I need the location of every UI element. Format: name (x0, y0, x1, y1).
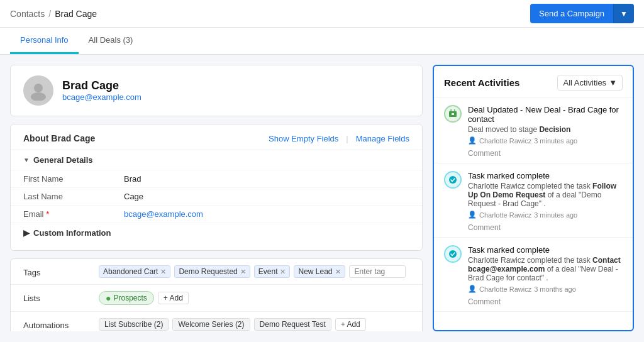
svg-point-0 (34, 84, 43, 92)
breadcrumb-current: Brad Cage (55, 9, 97, 19)
tag-remove-icon[interactable]: ✕ (335, 268, 341, 276)
comment-link[interactable]: Comment (468, 149, 501, 158)
manage-fields-link[interactable]: Manage Fields (356, 134, 409, 143)
activity-content-deal: Deal Updated - New Deal - Brad Cage for … (468, 105, 623, 158)
automations-value: List Subscribe (2) Welcome Series (2) De… (99, 318, 409, 331)
activity-author: Charlotte Rawicz (479, 137, 531, 145)
field-last-name: Last Name Cage (11, 187, 422, 205)
last-name-value[interactable]: Cage (124, 192, 409, 201)
about-header: About Brad Cage Show Empty Fields | Mana… (11, 124, 422, 150)
about-card: About Brad Cage Show Empty Fields | Mana… (10, 124, 423, 251)
profile-card: Brad Cage bcage@example.com (10, 65, 423, 116)
tag-demo-requested[interactable]: Demo Requested ✕ (174, 265, 250, 278)
add-automation-button[interactable]: + Add (335, 318, 366, 331)
send-campaign-button[interactable]: Send a Campaign (530, 4, 613, 23)
lists-value: ● Prospects + Add (99, 291, 409, 305)
activity-sub-task-1: Charlotte Rawicz completed the task Foll… (468, 182, 623, 208)
breadcrumb-separator: / (48, 9, 51, 19)
automation-list-subscribe[interactable]: List Subscribe (2) (99, 318, 169, 331)
field-first-name: First Name Brad (11, 170, 422, 187)
svg-point-5 (449, 250, 457, 258)
custom-info-section[interactable]: ▶ Custom Information (11, 223, 422, 243)
task-complete-icon-2 (444, 245, 462, 263)
tag-remove-icon[interactable]: ✕ (240, 268, 246, 276)
activity-meta-task-1: 👤 Charlotte Rawicz 3 minutes ago (468, 211, 623, 219)
task-complete-icon (444, 171, 462, 189)
activity-meta-deal: 👤 Charlotte Rawicz 3 minutes ago (468, 136, 623, 145)
dot-icon: ● (106, 293, 111, 303)
svg-rect-3 (452, 113, 454, 115)
email-value[interactable]: bcage@example.com (124, 209, 409, 219)
activity-title-task-1: Task marked complete (468, 171, 623, 180)
tags-row: Tags Abandoned Cart ✕ Demo Requested ✕ E… (11, 259, 422, 285)
profile-info: Brad Cage bcage@example.com (62, 79, 142, 102)
page-header: Contacts / Brad Cage Send a Campaign ▼ (0, 0, 644, 28)
automations-row: Automations List Subscribe (2) Welcome S… (11, 312, 422, 331)
svg-point-4 (449, 176, 457, 184)
profile-email[interactable]: bcage@example.com (62, 92, 142, 102)
activities-title: Recent Activities (444, 77, 519, 88)
send-campaign-group: Send a Campaign ▼ (530, 4, 634, 23)
comment-link-2[interactable]: Comment (468, 223, 501, 232)
breadcrumb-contacts[interactable]: Contacts (10, 9, 45, 19)
tag-input[interactable] (349, 265, 406, 278)
tag-event[interactable]: Event ✕ (254, 265, 291, 278)
show-empty-fields-link[interactable]: Show Empty Fields (269, 134, 338, 143)
email-label: Email (23, 209, 124, 219)
left-panel: Brad Cage bcage@example.com About Brad C… (10, 65, 423, 331)
lists-row: Lists ● Prospects + Add (11, 285, 422, 312)
first-name-label: First Name (23, 174, 124, 184)
tag-abandoned-cart[interactable]: Abandoned Cart ✕ (99, 265, 170, 278)
meta-card: Tags Abandoned Cart ✕ Demo Requested ✕ E… (10, 258, 423, 331)
tab-personal-info[interactable]: Personal Info (10, 28, 79, 54)
main-content: Brad Cage bcage@example.com About Brad C… (0, 55, 644, 341)
activity-title-task-2: Task marked complete (468, 245, 623, 255)
activity-author: Charlotte Rawicz (479, 285, 531, 293)
tag-new-lead[interactable]: New Lead ✕ (294, 265, 345, 278)
tab-bar: Personal Info All Deals (3) (0, 28, 644, 55)
automations-label: Automations (23, 318, 99, 330)
activity-item-task-1: Task marked complete Charlotte Rawicz co… (434, 163, 633, 238)
chevron-down-icon: ▼ (609, 78, 617, 87)
last-name-label: Last Name (23, 192, 124, 201)
activities-header: Recent Activities All Activities ▼ (434, 66, 633, 97)
field-email: Email bcage@example.com (11, 205, 422, 223)
lists-label: Lists (23, 291, 99, 303)
tags-value: Abandoned Cart ✕ Demo Requested ✕ Event … (99, 265, 409, 278)
custom-info-label: Custom Information (33, 228, 111, 238)
user-icon: 👤 (468, 136, 477, 145)
send-campaign-dropdown-button[interactable]: ▼ (613, 4, 634, 23)
activities-panel: Recent Activities All Activities ▼ Deal … (433, 65, 634, 331)
breadcrumb: Contacts / Brad Cage (10, 9, 97, 19)
activity-item-deal: Deal Updated - New Deal - Brad Cage for … (434, 97, 633, 163)
add-list-button[interactable]: + Add (158, 292, 189, 304)
activities-filter-dropdown[interactable]: All Activities ▼ (557, 75, 623, 91)
first-name-value[interactable]: Brad (124, 174, 409, 184)
list-prospects[interactable]: ● Prospects (99, 291, 154, 305)
tab-all-deals[interactable]: All Deals (3) (79, 28, 143, 54)
about-actions: Show Empty Fields | Manage Fields (269, 134, 409, 143)
user-icon: 👤 (468, 211, 477, 219)
profile-name: Brad Cage (62, 79, 142, 92)
tags-label: Tags (23, 265, 99, 277)
activity-meta-task-2: 👤 Charlotte Rawicz 3 months ago (468, 285, 623, 293)
activity-item-task-2: Task marked complete Charlotte Rawicz co… (434, 238, 633, 312)
activity-sub-task-2: Charlotte Rawicz completed the task Cont… (468, 256, 623, 282)
activity-icon-col (444, 105, 462, 158)
activity-author: Charlotte Rawicz (479, 211, 531, 219)
chevron-right-icon: ▶ (23, 228, 30, 238)
about-title: About Brad Cage (23, 133, 95, 143)
activity-title-deal: Deal Updated - New Deal - Brad Cage for … (468, 105, 623, 124)
activity-content-task-2: Task marked complete Charlotte Rawicz co… (468, 245, 623, 306)
general-details-label: General Details (33, 155, 93, 165)
tag-remove-icon[interactable]: ✕ (160, 268, 166, 276)
general-details-section[interactable]: ▼ General Details (11, 150, 422, 170)
automation-welcome-series[interactable]: Welcome Series (2) (172, 318, 250, 331)
tag-remove-icon[interactable]: ✕ (280, 268, 286, 276)
automation-demo-request[interactable]: Demo Request Test (254, 318, 331, 331)
filter-label: All Activities (563, 78, 606, 87)
activity-icon-col-3 (444, 245, 462, 306)
avatar (23, 75, 53, 106)
activity-icon-col-2 (444, 171, 462, 232)
comment-link-3[interactable]: Comment (468, 297, 501, 306)
